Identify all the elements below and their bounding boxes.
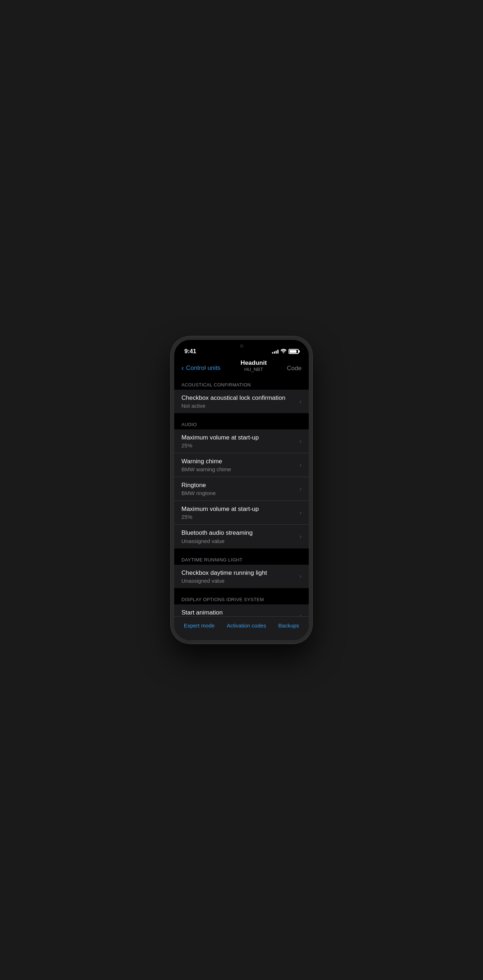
list-item-subtitle: BMW ringtone [181,490,297,496]
list-item-subtitle: BMW warning chime [181,466,297,473]
list-item-content: Checkbox acoustical lock confirmationNot… [181,394,297,409]
phone-frame: 9:41 [171,336,312,644]
list-item-subtitle: Not active [181,402,297,409]
list-item-content: Checkbox daytime running lightUnassigned… [181,569,297,584]
bottom-tab-bar: Expert modeActivation codesBackups [174,616,309,640]
section-audio: AUDIOMaximum volume at start-up25%›Warni… [174,416,309,548]
list-item[interactable]: RingtoneBMW ringtone› [174,477,309,501]
navigation-bar: ‹ Control units Headunit HU_NBT Code [174,358,309,376]
list-item-subtitle: Unassigned value [181,538,297,544]
scroll-content[interactable]: ACOUSTICAL CONFIRMATIONCheckbox acoustic… [174,376,309,616]
tab-activation[interactable]: Activation codes [224,621,269,630]
list-item-title: Ringtone [181,481,297,489]
list-item-subtitle: 25% [181,442,297,449]
section-daytime: DAYTIME RUNNING LIGHTCheckbox daytime ru… [174,551,309,588]
phone-screen: 9:41 [174,340,309,640]
battery-fill [290,350,297,353]
list-group-acoustical: Checkbox acoustical lock confirmationNot… [174,390,309,413]
list-group-audio: Maximum volume at start-up25%›Warning ch… [174,430,309,548]
list-item-content: Maximum volume at start-up25% [181,434,297,449]
battery-icon [289,349,299,354]
list-item[interactable]: Warning chimeBMW warning chime› [174,453,309,477]
list-item[interactable]: Start animationM variant 1› [174,605,309,616]
chevron-right-icon: › [300,573,302,579]
list-item[interactable]: Checkbox acoustical lock confirmationNot… [174,390,309,413]
signal-bars-icon [272,349,278,353]
list-item-content: Maximum volume at start-up25% [181,505,297,520]
chevron-right-icon: › [300,486,302,492]
list-item-title: Start animation [181,609,297,616]
page-title: Headunit [241,360,267,367]
nav-title-group: Headunit HU_NBT [241,360,267,372]
status-bar: 9:41 [174,340,309,358]
list-group-daytime: Checkbox daytime running lightUnassigned… [174,565,309,588]
chevron-right-icon: › [300,462,302,468]
list-item-content: Start animationM variant 1 [181,609,297,616]
list-group-display: Start animationM variant 1› [174,605,309,616]
page-subtitle: HU_NBT [241,367,267,372]
section-acoustical: ACOUSTICAL CONFIRMATIONCheckbox acoustic… [174,376,309,413]
tab-backups[interactable]: Backups [276,621,302,630]
list-item-content: RingtoneBMW ringtone [181,481,297,496]
list-item[interactable]: Bluetooth audio streamingUnassigned valu… [174,525,309,548]
back-chevron-icon: ‹ [181,364,184,372]
list-item-title: Warning chime [181,458,297,466]
list-item-title: Maximum volume at start-up [181,434,297,442]
back-label: Control units [186,364,221,372]
chevron-right-icon: › [300,533,302,540]
chevron-right-icon: › [300,509,302,516]
list-item-content: Warning chimeBMW warning chime [181,458,297,473]
section-display: DISPLAY OPTIONS IDRIVE SYSTEMStart anima… [174,591,309,616]
list-item[interactable]: Checkbox daytime running lightUnassigned… [174,565,309,588]
list-item[interactable]: Maximum volume at start-up25%› [174,430,309,453]
section-header-acoustical: ACOUSTICAL CONFIRMATION [174,376,309,390]
code-button[interactable]: Code [287,365,302,372]
list-item-title: Bluetooth audio streaming [181,529,297,537]
camera-notch [240,344,243,348]
back-button[interactable]: ‹ Control units [181,364,221,372]
list-item[interactable]: Maximum volume at start-up25%› [174,501,309,525]
chevron-right-icon: › [300,398,302,405]
list-item-title: Maximum volume at start-up [181,505,297,513]
list-item-subtitle: Unassigned value [181,578,297,584]
status-time: 9:41 [184,348,196,355]
section-header-display: DISPLAY OPTIONS IDRIVE SYSTEM [174,591,309,605]
section-header-daytime: DAYTIME RUNNING LIGHT [174,551,309,565]
chevron-right-icon: › [300,612,302,616]
chevron-right-icon: › [300,438,302,444]
list-item-content: Bluetooth audio streamingUnassigned valu… [181,529,297,544]
list-item-title: Checkbox daytime running light [181,569,297,577]
status-icons [272,348,299,354]
list-item-title: Checkbox acoustical lock confirmation [181,394,297,402]
tab-expert[interactable]: Expert mode [181,621,218,630]
section-header-audio: AUDIO [174,416,309,430]
list-item-subtitle: 25% [181,514,297,520]
wifi-icon [281,348,286,354]
